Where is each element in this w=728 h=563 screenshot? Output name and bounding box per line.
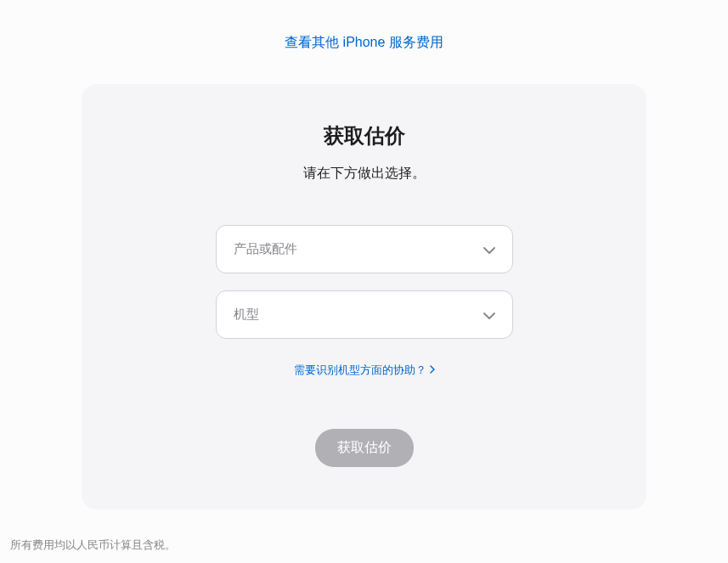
- chevron-down-icon: [483, 242, 495, 257]
- footer-note-1: 所有费用均以人民币计算且含税。: [10, 535, 718, 556]
- card-title: 获取估价: [116, 122, 612, 149]
- submit-button[interactable]: 获取估价: [315, 429, 414, 467]
- estimate-card: 获取估价 请在下方做出选择。 产品或配件 机型 需要识别机型方面的协助？ 获取估…: [82, 84, 646, 510]
- card-subtitle: 请在下方做出选择。: [116, 165, 612, 183]
- help-link[interactable]: 需要识别机型方面的协助？: [294, 363, 435, 378]
- product-select[interactable]: 产品或配件: [216, 225, 513, 273]
- chevron-right-icon: [430, 365, 435, 375]
- product-select-placeholder: 产品或配件: [234, 241, 297, 257]
- model-select[interactable]: 机型: [216, 290, 513, 339]
- help-link-text: 需要识别机型方面的协助？: [294, 363, 426, 378]
- top-link[interactable]: 查看其他 iPhone 服务费用: [0, 34, 728, 52]
- chevron-down-icon: [483, 307, 495, 323]
- model-select-placeholder: 机型: [234, 307, 259, 323]
